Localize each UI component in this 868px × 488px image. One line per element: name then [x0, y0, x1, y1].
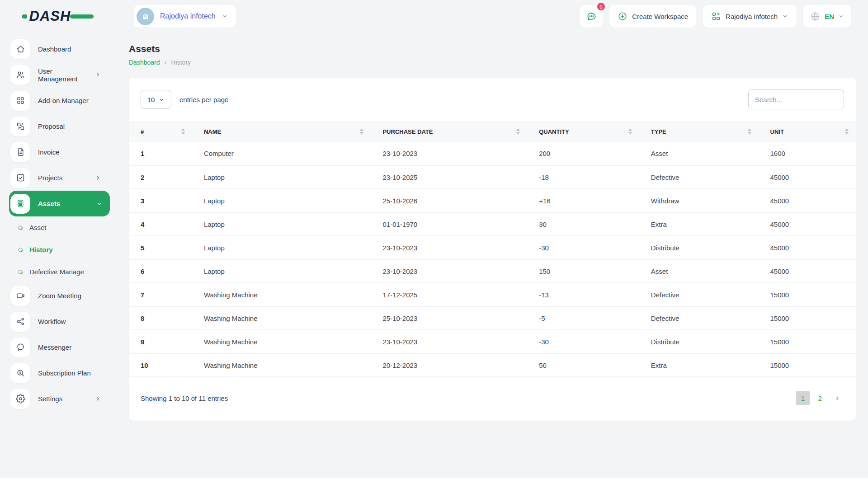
- type: Defective: [639, 306, 759, 330]
- sidebar-item-assets[interactable]: Assets: [9, 191, 110, 216]
- messages-button[interactable]: 0: [580, 5, 603, 28]
- type: Extra: [639, 212, 759, 236]
- table-footer: Showing 1 to 10 of 11 entries 1 2 ›: [129, 377, 856, 405]
- workspace-selector[interactable]: Rajodiya infotech: [134, 5, 236, 28]
- document-icon: [10, 142, 30, 162]
- type: Extra: [639, 353, 759, 377]
- language-selector[interactable]: EN: [803, 5, 851, 28]
- bottom-strip: [0, 478, 868, 488]
- type: Defective: [639, 165, 759, 189]
- chevron-down-icon: [782, 13, 788, 19]
- row-number: 10: [129, 353, 192, 377]
- logo-accent-dot: [22, 14, 27, 19]
- table-row: 4Laptop01-01-197030Extra45000: [129, 212, 856, 236]
- quantity: -5: [527, 306, 639, 330]
- chevron-down-icon: [838, 14, 844, 19]
- name: Laptop: [192, 259, 371, 283]
- messages-badge: 0: [596, 2, 606, 11]
- asset-history-table: # NAME PURCHASE DATE QUANTITY TYPE UNIT …: [129, 121, 856, 377]
- sort-arrows-icon: [845, 129, 849, 135]
- quantity: -30: [527, 330, 639, 353]
- sidebar-item-messenger[interactable]: Messenger: [9, 334, 110, 360]
- pagination-page-1[interactable]: 1: [796, 391, 810, 405]
- row-number: 2: [129, 165, 192, 189]
- unit: 45000: [759, 236, 856, 259]
- svg-text:$: $: [19, 371, 21, 375]
- table-row: 7Washing Machine17-12-2025-13Defective15…: [129, 283, 856, 306]
- assets-history-card: 10 entries per page # NAME PURCHASE DATE…: [129, 78, 856, 421]
- purchase-date: 25-10-2023: [371, 306, 527, 330]
- quantity: 30: [527, 212, 639, 236]
- sidebar-item-dashboard[interactable]: Dashboard: [9, 36, 110, 62]
- plus-circle-icon: [618, 11, 627, 21]
- sidebar-item-proposal[interactable]: Proposal: [9, 113, 110, 139]
- unit: 45000: [759, 212, 856, 236]
- quantity: 50: [527, 353, 639, 377]
- sidebar-item-user-management[interactable]: User Management: [9, 62, 110, 88]
- sidebar-subitem-history[interactable]: History: [0, 239, 116, 261]
- breadcrumb-separator: ›: [165, 58, 167, 66]
- purchase-date: 20-12-2023: [371, 353, 527, 377]
- purchase-date: 23-10-2023: [371, 236, 527, 259]
- purchase-date: 23-10-2023: [371, 259, 527, 283]
- app-logo[interactable]: DASH: [0, 8, 116, 24]
- pagination-next-button[interactable]: ›: [830, 391, 844, 405]
- globe-icon: [810, 11, 821, 22]
- sidebar-item-workflow[interactable]: Workflow: [9, 309, 110, 334]
- table-row: 10Washing Machine20-12-202350Extra15000: [129, 353, 856, 377]
- row-number: 5: [129, 236, 192, 259]
- unit: 45000: [759, 189, 856, 212]
- sidebar-item-settings[interactable]: Settings: [9, 386, 110, 412]
- column-header-quantity[interactable]: QUANTITY: [527, 121, 639, 142]
- chevron-right-icon: [95, 396, 101, 402]
- table-row: 9Washing Machine23-10-2023-30Distribute1…: [129, 330, 856, 353]
- column-header-unit[interactable]: UNIT: [759, 121, 856, 142]
- sidebar-item-projects[interactable]: Projects: [9, 165, 110, 191]
- row-number: 8: [129, 306, 192, 330]
- logo-text: DASH: [29, 8, 71, 24]
- row-number: 6: [129, 259, 192, 283]
- breadcrumb-current: History: [171, 59, 191, 66]
- column-header-name[interactable]: NAME: [192, 121, 371, 142]
- sidebar-item-subscription-plan[interactable]: $ Subscription Plan: [9, 360, 110, 386]
- page-title: Assets: [129, 43, 856, 54]
- name: Washing Machine: [192, 306, 371, 330]
- quantity: -18: [527, 165, 639, 189]
- row-number: 9: [129, 330, 192, 353]
- gear-icon: [10, 389, 30, 409]
- create-workspace-button[interactable]: Create Workspace: [609, 5, 696, 28]
- entries-per-page-select[interactable]: 10: [141, 90, 171, 109]
- create-workspace-label: Create Workspace: [632, 13, 688, 20]
- quantity: +16: [527, 189, 639, 212]
- sidebar-item-invoice[interactable]: Invoice: [9, 139, 110, 165]
- column-header-number[interactable]: #: [129, 121, 192, 142]
- users-icon: [10, 65, 30, 85]
- name: Laptop: [192, 189, 371, 212]
- sidebar-subitem-asset[interactable]: Asset: [0, 216, 116, 239]
- chevron-down-icon: [159, 97, 165, 103]
- type: Distribute: [639, 236, 759, 259]
- name: Laptop: [192, 236, 371, 259]
- name: Laptop: [192, 165, 371, 189]
- bullet-icon: [17, 246, 24, 253]
- unit: 15000: [759, 330, 856, 353]
- bullet-icon: [17, 224, 24, 230]
- table-row: 5Laptop23-10-2023-30Distribute45000: [129, 236, 856, 259]
- sidebar-item-add-on-manager[interactable]: Add-on Manager: [9, 88, 110, 113]
- quantity: -30: [527, 236, 639, 259]
- sidebar-item-zoom-meeting[interactable]: Zoom Meeting: [9, 283, 110, 309]
- column-header-type[interactable]: TYPE: [639, 121, 759, 142]
- breadcrumb-dashboard-link[interactable]: Dashboard: [129, 59, 160, 66]
- company-menu-button[interactable]: Rajodiya infotech: [703, 5, 797, 28]
- unit: 15000: [759, 353, 856, 377]
- name: Washing Machine: [192, 353, 371, 377]
- workspace-label: Rajodiya infotech: [160, 12, 216, 20]
- swap-squares-icon: [10, 117, 30, 136]
- calculator-icon: [10, 194, 30, 214]
- unit: 1600: [759, 142, 856, 165]
- search-input[interactable]: [748, 89, 844, 109]
- column-header-purchase-date[interactable]: PURCHASE DATE: [371, 121, 527, 142]
- table-row: 1Computer23-10-2023200Asset1600: [129, 142, 856, 165]
- sidebar-subitem-defective-manage[interactable]: Defective Manage: [0, 261, 116, 283]
- pagination-page-2[interactable]: 2: [813, 391, 827, 405]
